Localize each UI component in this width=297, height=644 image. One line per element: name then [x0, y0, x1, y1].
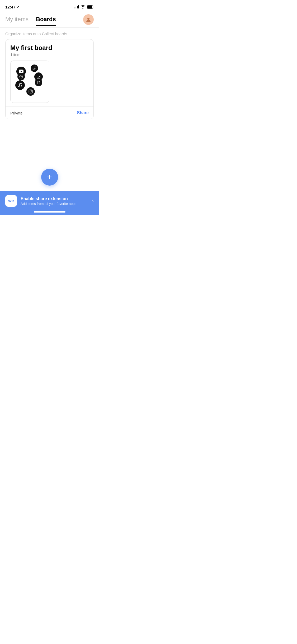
status-bar: 12:47 ↗ — [0, 0, 99, 12]
banner-subtitle: Add items from all your favorite apps — [21, 202, 88, 206]
board-title: My first board — [10, 44, 89, 52]
file-icon — [35, 79, 42, 86]
share-extension-banner[interactable]: we Enable share extension Add items from… — [0, 191, 99, 215]
plus-icon: + — [47, 173, 52, 181]
chevron-right-icon: › — [92, 198, 94, 204]
app-logo: we — [5, 195, 17, 207]
status-icons — [74, 5, 94, 9]
board-card[interactable]: My first board 1 item — [5, 39, 94, 119]
svg-point-10 — [30, 91, 31, 92]
wifi-icon — [81, 5, 85, 9]
avatar[interactable] — [83, 14, 94, 25]
home-indicator — [34, 211, 65, 213]
board-thumbnail — [10, 61, 49, 103]
privacy-label: Private — [10, 111, 23, 115]
svg-rect-1 — [87, 6, 92, 8]
music-icon — [15, 80, 25, 90]
svg-rect-9 — [29, 90, 32, 93]
add-button[interactable]: + — [41, 169, 58, 186]
battery-icon — [87, 5, 94, 9]
instagram-icon — [26, 87, 35, 96]
svg-point-7 — [18, 86, 20, 87]
vinyl-icon — [17, 73, 25, 80]
svg-point-4 — [38, 76, 38, 76]
banner-text: Enable share extension Add items from al… — [21, 196, 88, 206]
svg-point-2 — [87, 18, 89, 20]
signal-icon — [74, 5, 79, 8]
banner-title: Enable share extension — [21, 196, 88, 201]
link-icon — [31, 65, 38, 72]
svg-point-6 — [21, 76, 22, 77]
share-button[interactable]: Share — [77, 111, 89, 115]
tabs: My items Boards — [5, 16, 83, 26]
page-subtitle: Organize items onto Collect boards — [0, 28, 99, 39]
person-icon — [86, 17, 91, 22]
board-card-footer: Private Share — [6, 107, 93, 119]
board-item-count: 1 item — [10, 53, 89, 57]
navigation-arrow-icon: ↗ — [17, 5, 19, 9]
tab-bar: My items Boards — [0, 12, 99, 28]
board-card-body: My first board 1 item — [6, 39, 93, 107]
svg-point-11 — [31, 90, 32, 91]
tab-my-items[interactable]: My items — [5, 16, 29, 26]
svg-point-8 — [21, 85, 22, 87]
tab-boards[interactable]: Boards — [36, 16, 56, 26]
status-time: 12:47 ↗ — [5, 5, 19, 9]
